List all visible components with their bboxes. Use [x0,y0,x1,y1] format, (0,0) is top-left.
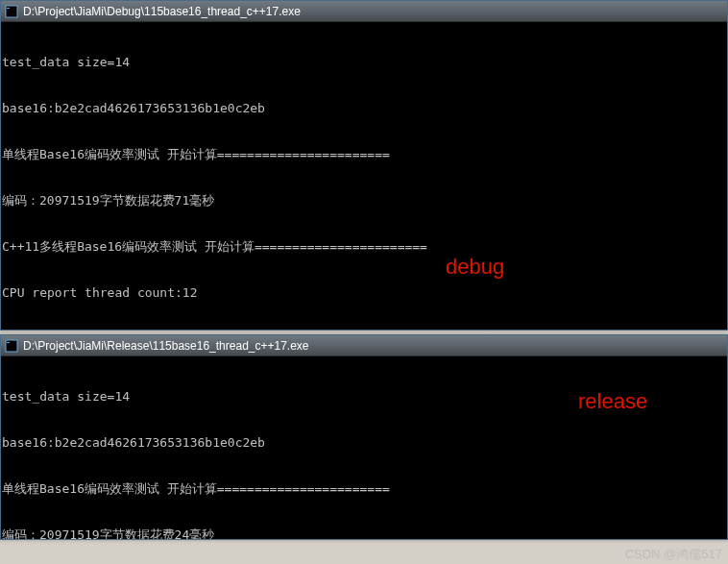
svg-rect-1 [7,8,10,9]
titlebar-debug[interactable]: D:\Project\JiaMi\Debug\115base16_thread_… [1,1,727,22]
app-icon [5,339,18,353]
watermark-text: CSDN @鸿儒517 [625,546,722,563]
console-window-debug: D:\Project\JiaMi\Debug\115base16_thread_… [0,0,728,331]
console-line: test_data size=14 [2,55,726,70]
titlebar-release[interactable]: D:\Project\JiaMi\Release\115base16_threa… [1,335,727,356]
console-line: CPU report thread count:12 [2,285,726,301]
window-title: D:\Project\JiaMi\Release\115base16_threa… [23,339,309,353]
svg-rect-2 [6,340,17,352]
console-line: 单线程Base16编码效率测试 开始计算====================… [2,481,726,497]
console-line: C++11多线程Base16编码效率测试 开始计算===============… [2,239,726,255]
console-output-debug[interactable]: test_data size=14 base16:b2e2cad46261736… [1,22,727,330]
console-line: base16:b2e2cad4626173653136b1e0c2eb [2,101,726,116]
svg-rect-0 [6,6,17,17]
console-line: 编码：20971519字节数据花费71毫秒 [2,193,726,208]
console-line: base16:b2e2cad4626173653136b1e0c2eb [2,435,726,451]
console-window-release: D:\Project\JiaMi\Release\115base16_threa… [0,334,728,540]
app-icon [5,5,18,18]
console-line: 编码：20971519字节数据花费24毫秒 [2,527,726,539]
console-line: 单线程Base16编码效率测试 开始计算====================… [2,147,726,162]
svg-rect-3 [7,342,10,343]
console-line: test_data size=14 [2,389,726,405]
window-title: D:\Project\JiaMi\Debug\115base16_thread_… [23,5,301,18]
console-output-release[interactable]: test_data size=14 base16:b2e2cad46261736… [1,356,727,539]
